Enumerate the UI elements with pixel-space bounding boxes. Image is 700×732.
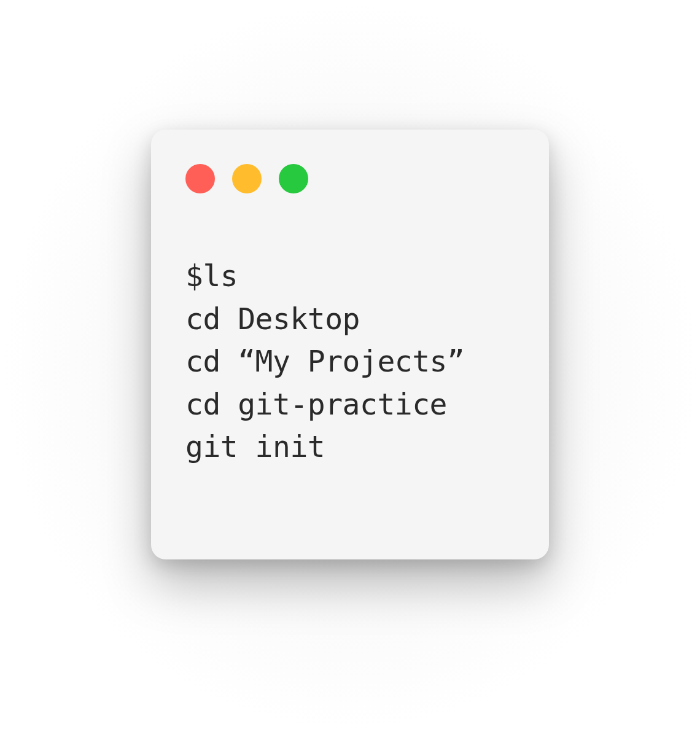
terminal-line: cd Desktop xyxy=(185,298,515,341)
window-controls xyxy=(185,164,515,193)
terminal-window: $ls cd Desktop cd “My Projects” cd git-p… xyxy=(151,130,549,559)
terminal-line: cd git-practice xyxy=(185,383,515,426)
close-icon[interactable] xyxy=(185,164,215,193)
terminal-line: $ls xyxy=(185,255,515,298)
maximize-icon[interactable] xyxy=(279,164,308,193)
minimize-icon[interactable] xyxy=(232,164,262,193)
terminal-line: git init xyxy=(185,426,515,469)
terminal-line: cd “My Projects” xyxy=(185,340,515,383)
terminal-content: $ls cd Desktop cd “My Projects” cd git-p… xyxy=(185,255,515,469)
